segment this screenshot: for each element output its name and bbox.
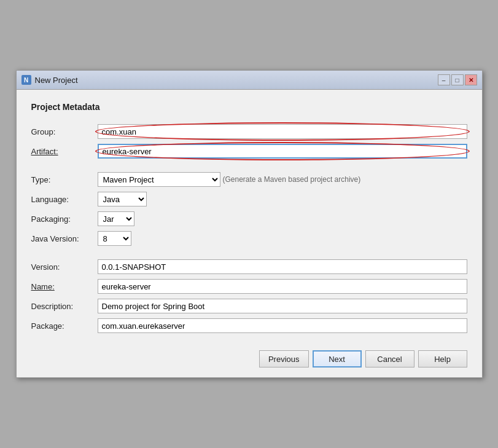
java-version-select[interactable]: 8 — [98, 231, 131, 246]
packaging-select[interactable]: Jar — [98, 211, 134, 226]
version-label: Version: — [31, 262, 93, 272]
java-version-row: 8 — [98, 231, 467, 246]
language-label: Language: — [31, 195, 93, 204]
main-content: Project Metadata Group: Artifact: Type: … — [17, 90, 482, 343]
form-grid: Group: Artifact: Type: Maven Project (Ge… — [31, 124, 467, 333]
name-input[interactable] — [98, 279, 467, 294]
name-label: Name: — [31, 282, 93, 291]
artifact-label: Artifact: — [31, 147, 93, 156]
window-title: New Project — [35, 76, 78, 85]
window-icon: N — [21, 75, 31, 85]
version-input[interactable] — [98, 259, 467, 274]
language-row: Java — [98, 192, 467, 206]
language-select[interactable]: Java — [98, 192, 147, 206]
packaging-label: Packaging: — [31, 214, 93, 224]
cancel-button[interactable]: Cancel — [365, 350, 414, 367]
packaging-row: Jar — [98, 211, 467, 226]
type-label: Type: — [31, 175, 93, 184]
type-row: Maven Project (Generate a Maven based pr… — [98, 172, 467, 187]
help-button[interactable]: Help — [418, 350, 467, 367]
java-version-label: Java Version: — [31, 234, 93, 243]
spacer-2 — [31, 251, 467, 254]
description-label: Description: — [31, 302, 93, 311]
title-bar-left: N New Project — [21, 75, 78, 85]
type-select[interactable]: Maven Project — [98, 172, 220, 187]
group-input[interactable] — [98, 124, 467, 139]
minimize-button[interactable]: – — [438, 74, 450, 85]
section-title: Project Metadata — [31, 102, 467, 114]
close-button[interactable]: ✕ — [465, 74, 477, 85]
description-input[interactable] — [98, 299, 467, 313]
package-input[interactable] — [98, 318, 467, 333]
new-project-window: N New Project – □ ✕ Project Metadata Gro… — [16, 70, 483, 378]
previous-button[interactable]: Previous — [259, 350, 309, 367]
artifact-input[interactable] — [98, 144, 467, 159]
group-field-container — [98, 124, 467, 139]
spacer-1 — [31, 163, 467, 167]
package-label: Package: — [31, 321, 93, 331]
footer: Previous Next Cancel Help — [17, 343, 482, 377]
artifact-field-container — [98, 144, 467, 159]
group-label: Group: — [31, 127, 93, 136]
title-bar: N New Project – □ ✕ — [17, 71, 482, 90]
next-button[interactable]: Next — [313, 350, 362, 367]
maximize-button[interactable]: □ — [451, 74, 464, 85]
title-controls: – □ ✕ — [438, 74, 477, 85]
type-hint: (Generate a Maven based project archive) — [223, 175, 361, 184]
